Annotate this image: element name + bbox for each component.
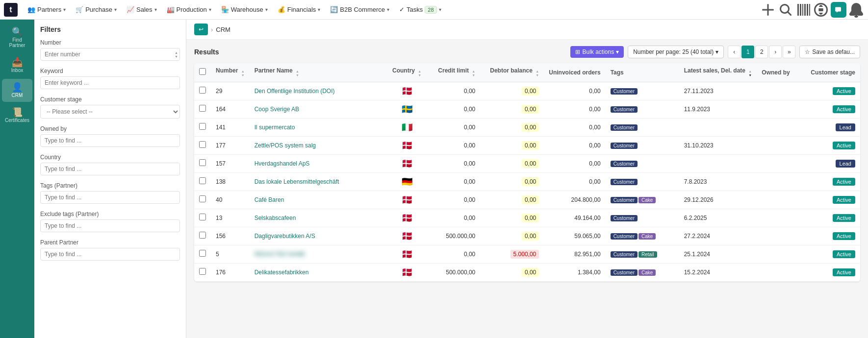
row-name[interactable]: Selskabscafeen bbox=[250, 209, 387, 227]
row-name[interactable]: Den Offentlige Institution (DOI) bbox=[250, 82, 387, 100]
row-checkbox[interactable] bbox=[199, 268, 206, 275]
nav-partners[interactable]: 👥 Partners ▾ bbox=[24, 4, 70, 15]
row-owned bbox=[757, 136, 806, 154]
row-checkbox[interactable] bbox=[199, 159, 206, 166]
row-number: 5 bbox=[211, 245, 250, 263]
row-checkbox[interactable] bbox=[199, 232, 206, 239]
tag-cake: Cake bbox=[638, 233, 656, 240]
pagination-page-2[interactable]: 2 bbox=[755, 46, 768, 58]
filter-country-group: Country bbox=[40, 154, 180, 175]
row-checkbox[interactable] bbox=[199, 195, 206, 202]
pagination-next[interactable]: › bbox=[769, 46, 782, 58]
filter-keyword-input[interactable] bbox=[40, 76, 180, 89]
sidebar-item-inbox[interactable]: 📥 Inbox bbox=[2, 54, 32, 77]
row-uninvoiced: 0,00 bbox=[544, 136, 605, 154]
chat-button[interactable] bbox=[831, 2, 846, 18]
filter-parent-input[interactable] bbox=[40, 248, 180, 261]
nav-tasks[interactable]: ✓ Tasks 28 ▾ bbox=[395, 4, 445, 16]
filter-number-input[interactable] bbox=[40, 48, 180, 61]
row-checkbox[interactable] bbox=[199, 105, 206, 112]
nav-sales[interactable]: 📈 Sales ▾ bbox=[123, 4, 161, 15]
row-name[interactable]: Café Baren bbox=[250, 191, 387, 209]
add-button[interactable] bbox=[760, 2, 776, 18]
filter-owned-input[interactable] bbox=[40, 134, 180, 147]
row-checkbox[interactable] bbox=[199, 123, 206, 130]
barcode-icon[interactable] bbox=[795, 2, 811, 18]
row-checkbox[interactable] bbox=[199, 250, 206, 257]
results-header: Results ⊞ Bulk actions ▾ Number per page… bbox=[194, 46, 860, 58]
flag-icon: 🇩🇰 bbox=[402, 195, 412, 205]
nav-financials[interactable]: 💰 Financials ▾ bbox=[274, 4, 325, 15]
sidebar-item-certificates[interactable]: 📜 Certificates bbox=[2, 104, 32, 127]
sidebar-item-crm[interactable]: 👤 CRM bbox=[2, 79, 32, 102]
spinner-up-icon[interactable]: ▲ bbox=[175, 51, 178, 54]
sort-latest-icon[interactable]: ▲▼ bbox=[748, 70, 752, 78]
row-name[interactable]: Dagligvarebutikken A/S bbox=[250, 227, 387, 245]
row-name[interactable]: Coop Sverige AB bbox=[250, 100, 387, 118]
tag-retail: Retail bbox=[638, 251, 657, 258]
breadcrumb-bar: ↩ › CRM bbox=[186, 20, 868, 40]
inbox-icon: 📥 bbox=[12, 58, 23, 67]
row-name[interactable]: Das lokale Lebensmittelgeschäft bbox=[250, 172, 387, 191]
filter-exclude-tags-input[interactable] bbox=[40, 219, 180, 232]
row-credit: 0,00 bbox=[426, 172, 480, 191]
spinner-down-icon[interactable]: ▼ bbox=[175, 55, 178, 58]
row-credit: 0,00 bbox=[426, 154, 480, 172]
row-owned bbox=[757, 172, 806, 191]
breadcrumb-back-button[interactable]: ↩ bbox=[194, 24, 208, 35]
row-checkbox[interactable] bbox=[199, 214, 206, 220]
nav-purchase[interactable]: 🛒 Purchase ▾ bbox=[72, 4, 121, 15]
sort-country-icon[interactable]: ▲▼ bbox=[418, 70, 421, 78]
row-checkbox[interactable] bbox=[199, 141, 206, 148]
row-name[interactable]: REDACTED NAME bbox=[250, 245, 387, 263]
notifications-icon[interactable] bbox=[848, 2, 864, 18]
row-checkbox[interactable] bbox=[199, 87, 206, 94]
save-default-button[interactable]: ☆ Save as defau... bbox=[799, 46, 860, 58]
table-row: 156 Dagligvarebutikken A/S 🇩🇰 500.000,00… bbox=[194, 227, 860, 245]
nav-production[interactable]: 🏭 Production ▾ bbox=[163, 4, 215, 15]
row-latest bbox=[679, 118, 757, 136]
tasks-icon: ✓ bbox=[399, 6, 405, 13]
sidebar-item-find-partner[interactable]: 🔍 Find Partner bbox=[2, 24, 32, 52]
filter-tags-input[interactable] bbox=[40, 191, 180, 204]
row-uninvoiced: 0,00 bbox=[544, 172, 605, 191]
row-number: 176 bbox=[211, 263, 250, 281]
pagination-last[interactable]: » bbox=[783, 46, 795, 58]
select-all-checkbox[interactable] bbox=[199, 68, 206, 75]
nav-b2b[interactable]: 🔄 B2B Commerce ▾ bbox=[326, 4, 393, 15]
purchase-icon: 🛒 bbox=[76, 6, 83, 13]
sort-debtor-icon[interactable]: ▲▼ bbox=[536, 70, 539, 78]
flag-icon: 🇩🇰 bbox=[402, 249, 412, 259]
pagination-prev[interactable]: ‹ bbox=[728, 46, 740, 58]
row-owned bbox=[757, 100, 806, 118]
per-page-button[interactable]: Number per page: 25 (40 total) ▾ bbox=[628, 46, 724, 58]
globe-icon[interactable] bbox=[813, 2, 829, 18]
back-icon: ↩ bbox=[199, 26, 204, 33]
filter-country-input[interactable] bbox=[40, 163, 180, 175]
row-country: 🇩🇰 bbox=[387, 154, 426, 172]
filter-keyword-label: Keyword bbox=[40, 68, 180, 74]
filter-stage-select[interactable]: -- Please select -- Active Lead Prospect… bbox=[40, 105, 180, 119]
col-header-owned: Owned by bbox=[757, 63, 806, 82]
pagination-page-1[interactable]: 1 bbox=[741, 46, 754, 58]
sort-number-icon[interactable]: ▲▼ bbox=[241, 70, 245, 78]
table-row: 141 Il supermercato 🇮🇹 0,00 0,00 0,00 Cu… bbox=[194, 118, 860, 136]
row-name[interactable]: Hverdagshandel ApS bbox=[250, 154, 387, 172]
nav-warehouse[interactable]: 🏪 Warehouse ▾ bbox=[217, 4, 272, 15]
row-uninvoiced: 1.384,00 bbox=[544, 263, 605, 281]
row-name[interactable]: Zettle/POS system salg bbox=[250, 136, 387, 154]
table-icon: ⊞ bbox=[575, 48, 580, 55]
row-checkbox[interactable] bbox=[199, 177, 206, 184]
row-credit: 0,00 bbox=[426, 136, 480, 154]
row-name[interactable]: Il supermercato bbox=[250, 118, 387, 136]
tag-cake: Cake bbox=[638, 269, 656, 276]
sort-name-icon[interactable]: ▲▼ bbox=[296, 70, 299, 78]
debtor-value: 0,00 bbox=[522, 87, 539, 96]
sort-credit-icon[interactable]: ▲▼ bbox=[472, 70, 475, 78]
row-name[interactable]: Delikatessefabrikken bbox=[250, 263, 387, 281]
bulk-actions-button[interactable]: ⊞ Bulk actions ▾ bbox=[570, 46, 624, 58]
main-content: ↩ › CRM Results ⊞ Bulk actions ▾ Number … bbox=[186, 20, 868, 338]
row-credit: 0,00 bbox=[426, 82, 480, 100]
search-button[interactable] bbox=[778, 2, 793, 18]
table-row: 164 Coop Sverige AB 🇸🇪 0,00 0,00 0,00 Cu… bbox=[194, 100, 860, 118]
